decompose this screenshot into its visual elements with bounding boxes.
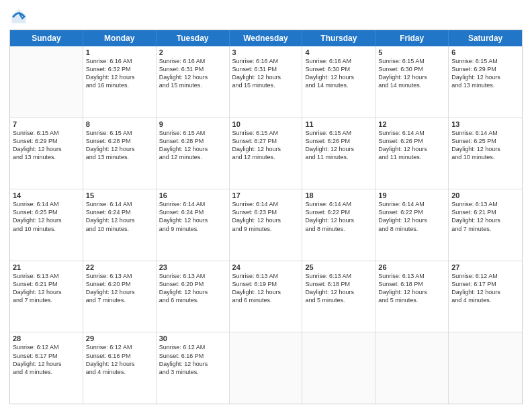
calendar-cell: 19 Sunrise: 6:14 AM Sunset: 6:22 PM Dayl… bbox=[375, 189, 449, 261]
day-number: 25 bbox=[305, 263, 372, 271]
sunset-label: Sunset: 6:22 PM bbox=[305, 209, 350, 216]
cell-info: Sunrise: 6:13 AM Sunset: 6:20 PM Dayligh… bbox=[159, 272, 226, 305]
daylight-label: Daylight: 12 hours bbox=[451, 217, 500, 224]
daylight-minutes: and 5 minutes. bbox=[378, 297, 418, 304]
day-number: 26 bbox=[378, 263, 445, 271]
cell-info: Sunrise: 6:15 AM Sunset: 6:28 PM Dayligh… bbox=[86, 129, 153, 162]
daylight-minutes: and 3 minutes. bbox=[159, 369, 199, 375]
sunset-label: Sunset: 6:25 PM bbox=[13, 209, 58, 216]
calendar-cell: 2 Sunrise: 6:16 AM Sunset: 6:31 PM Dayli… bbox=[157, 46, 230, 118]
cell-info: Sunrise: 6:13 AM Sunset: 6:18 PM Dayligh… bbox=[378, 272, 445, 305]
daylight-label: Daylight: 12 hours bbox=[378, 289, 427, 295]
sunset-label: Sunset: 6:16 PM bbox=[159, 353, 204, 359]
page: SundayMondayTuesdayWednesdayThursdayFrid… bbox=[0, 0, 532, 411]
daylight-label: Daylight: 12 hours bbox=[378, 146, 427, 152]
header-day-thursday: Thursday bbox=[302, 30, 375, 46]
daylight-label: Daylight: 12 hours bbox=[159, 217, 208, 224]
sunrise-label: Sunrise: 6:14 AM bbox=[378, 130, 425, 136]
header-day-sunday: Sunday bbox=[10, 30, 83, 46]
daylight-minutes: and 7 minutes. bbox=[86, 297, 126, 304]
daylight-minutes: and 12 minutes. bbox=[232, 154, 275, 161]
daylight-label: Daylight: 12 hours bbox=[451, 146, 500, 152]
day-number: 2 bbox=[159, 48, 226, 56]
daylight-minutes: and 8 minutes. bbox=[378, 226, 418, 232]
day-number: 6 bbox=[451, 48, 519, 56]
daylight-minutes: and 11 minutes. bbox=[378, 154, 421, 161]
calendar-cell: 12 Sunrise: 6:14 AM Sunset: 6:26 PM Dayl… bbox=[375, 118, 449, 189]
sunset-label: Sunset: 6:17 PM bbox=[451, 281, 496, 287]
sunset-label: Sunset: 6:27 PM bbox=[232, 138, 277, 144]
daylight-label: Daylight: 12 hours bbox=[159, 146, 208, 152]
header bbox=[9, 7, 523, 26]
cell-info: Sunrise: 6:14 AM Sunset: 6:25 PM Dayligh… bbox=[13, 200, 80, 233]
day-number: 14 bbox=[13, 191, 80, 199]
sunset-label: Sunset: 6:23 PM bbox=[232, 209, 277, 216]
header-day-monday: Monday bbox=[83, 30, 157, 46]
sunset-label: Sunset: 6:16 PM bbox=[86, 353, 131, 359]
cell-info: Sunrise: 6:14 AM Sunset: 6:22 PM Dayligh… bbox=[305, 200, 372, 233]
sunrise-label: Sunrise: 6:15 AM bbox=[86, 130, 132, 136]
daylight-minutes: and 13 minutes. bbox=[451, 82, 494, 89]
day-number: 24 bbox=[232, 263, 300, 271]
cell-info: Sunrise: 6:14 AM Sunset: 6:24 PM Dayligh… bbox=[159, 200, 226, 233]
day-number: 20 bbox=[451, 191, 519, 199]
calendar-cell: 5 Sunrise: 6:15 AM Sunset: 6:30 PM Dayli… bbox=[375, 46, 449, 118]
cell-info: Sunrise: 6:14 AM Sunset: 6:24 PM Dayligh… bbox=[86, 200, 153, 233]
sunset-label: Sunset: 6:22 PM bbox=[378, 209, 423, 216]
calendar-cell: 13 Sunrise: 6:14 AM Sunset: 6:25 PM Dayl… bbox=[449, 118, 522, 189]
daylight-label: Daylight: 12 hours bbox=[232, 146, 281, 152]
daylight-label: Daylight: 12 hours bbox=[13, 361, 62, 367]
day-number: 3 bbox=[232, 48, 300, 56]
sunset-label: Sunset: 6:24 PM bbox=[86, 209, 131, 216]
day-number: 28 bbox=[13, 334, 80, 342]
cell-info: Sunrise: 6:13 AM Sunset: 6:19 PM Dayligh… bbox=[232, 272, 300, 305]
calendar-cell: 3 Sunrise: 6:16 AM Sunset: 6:31 PM Dayli… bbox=[230, 46, 303, 118]
sunrise-label: Sunrise: 6:16 AM bbox=[232, 58, 279, 64]
daylight-label: Daylight: 12 hours bbox=[86, 217, 135, 224]
daylight-label: Daylight: 12 hours bbox=[451, 289, 500, 295]
calendar-cell: 8 Sunrise: 6:15 AM Sunset: 6:28 PM Dayli… bbox=[83, 118, 157, 189]
sunset-label: Sunset: 6:18 PM bbox=[305, 281, 350, 287]
sunset-label: Sunset: 6:29 PM bbox=[13, 138, 58, 144]
calendar-cell: 28 Sunrise: 6:12 AM Sunset: 6:17 PM Dayl… bbox=[10, 332, 83, 404]
sunrise-label: Sunrise: 6:12 AM bbox=[86, 344, 132, 351]
daylight-label: Daylight: 12 hours bbox=[232, 74, 281, 81]
daylight-minutes: and 15 minutes. bbox=[159, 82, 202, 89]
calendar-row-1: 1 Sunrise: 6:16 AM Sunset: 6:32 PM Dayli… bbox=[10, 46, 522, 118]
calendar-cell: 4 Sunrise: 6:16 AM Sunset: 6:30 PM Dayli… bbox=[302, 46, 375, 118]
sunset-label: Sunset: 6:26 PM bbox=[305, 138, 350, 144]
daylight-label: Daylight: 12 hours bbox=[451, 74, 500, 81]
sunset-label: Sunset: 6:20 PM bbox=[159, 281, 204, 287]
day-number: 19 bbox=[378, 191, 445, 199]
daylight-label: Daylight: 12 hours bbox=[378, 217, 427, 224]
daylight-minutes: and 9 minutes. bbox=[159, 226, 199, 232]
daylight-minutes: and 6 minutes. bbox=[232, 297, 272, 304]
daylight-label: Daylight: 12 hours bbox=[305, 289, 354, 295]
cell-info: Sunrise: 6:12 AM Sunset: 6:16 PM Dayligh… bbox=[86, 343, 153, 376]
day-number: 12 bbox=[378, 120, 445, 128]
sunrise-label: Sunrise: 6:14 AM bbox=[159, 201, 206, 208]
daylight-label: Daylight: 12 hours bbox=[232, 217, 281, 224]
calendar-cell: 23 Sunrise: 6:13 AM Sunset: 6:20 PM Dayl… bbox=[157, 261, 230, 332]
calendar-cell: 14 Sunrise: 6:14 AM Sunset: 6:25 PM Dayl… bbox=[10, 189, 83, 261]
sunrise-label: Sunrise: 6:13 AM bbox=[378, 273, 425, 279]
calendar-cell: 27 Sunrise: 6:12 AM Sunset: 6:17 PM Dayl… bbox=[449, 261, 522, 332]
daylight-label: Daylight: 12 hours bbox=[86, 74, 135, 81]
day-number: 7 bbox=[13, 120, 80, 128]
sunrise-label: Sunrise: 6:13 AM bbox=[13, 273, 59, 279]
calendar-header: SundayMondayTuesdayWednesdayThursdayFrid… bbox=[10, 30, 522, 46]
sunrise-label: Sunrise: 6:14 AM bbox=[13, 201, 59, 208]
daylight-minutes: and 13 minutes. bbox=[86, 154, 129, 161]
header-day-tuesday: Tuesday bbox=[157, 30, 230, 46]
sunrise-label: Sunrise: 6:15 AM bbox=[159, 130, 206, 136]
calendar-cell: 29 Sunrise: 6:12 AM Sunset: 6:16 PM Dayl… bbox=[83, 332, 157, 404]
sunrise-label: Sunrise: 6:14 AM bbox=[305, 201, 351, 208]
sunrise-label: Sunrise: 6:13 AM bbox=[451, 201, 498, 208]
sunset-label: Sunset: 6:19 PM bbox=[232, 281, 277, 287]
daylight-minutes: and 4 minutes. bbox=[13, 369, 52, 375]
daylight-minutes: and 14 minutes. bbox=[378, 82, 421, 89]
cell-info: Sunrise: 6:14 AM Sunset: 6:25 PM Dayligh… bbox=[451, 129, 519, 162]
calendar-cell bbox=[449, 332, 522, 404]
daylight-minutes: and 6 minutes. bbox=[159, 297, 199, 304]
calendar: SundayMondayTuesdayWednesdayThursdayFrid… bbox=[9, 30, 523, 404]
